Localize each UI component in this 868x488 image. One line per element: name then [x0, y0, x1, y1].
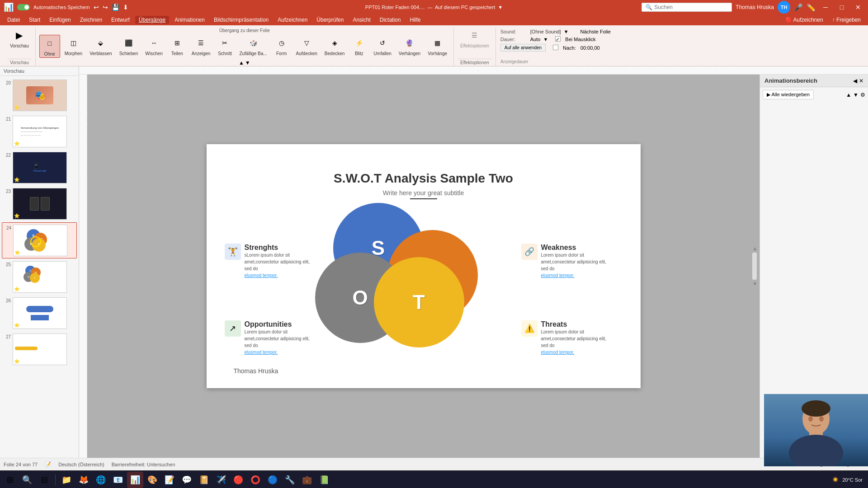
slide-img-24: ⭐ S W O T [13, 225, 67, 256]
app1-button[interactable]: 🔴 [230, 472, 246, 488]
transition-drape[interactable]: ▦ Vorhänge [425, 35, 450, 57]
dictation-icon[interactable]: 🎤 [794, 3, 803, 12]
slide-num-20: 20 [4, 80, 11, 85]
transition-push[interactable]: ⬛ Schieben [117, 35, 141, 57]
maximize-button[interactable]: □ [835, 1, 848, 14]
menu-zeichnen[interactable]: Zeichnen [76, 16, 106, 24]
toolbar-redo[interactable]: ↪ [103, 4, 108, 11]
transition-fade[interactable]: ⬙ Verblassen [87, 35, 114, 57]
menu-entwurf[interactable]: Entwurf [108, 16, 133, 24]
chrome-button[interactable]: 🌐 [93, 472, 109, 488]
scroll-up-icon[interactable]: ▲ [239, 60, 244, 66]
mouse-click-checkbox[interactable]: ✓ [555, 36, 561, 42]
transition-none-icon: □ [42, 36, 57, 51]
search-input[interactable] [654, 4, 726, 10]
anim-up-btn[interactable]: ▲ [846, 92, 851, 98]
canvas-area[interactable]: S.W.O.T Analysis Sample Two Write here y… [87, 75, 760, 458]
after-checkbox[interactable] [553, 45, 558, 51]
next-slide-label: Nächste Folie [580, 29, 611, 34]
toolbar-save[interactable]: 💾 [112, 4, 119, 11]
menu-dictation[interactable]: Dictation [376, 16, 405, 24]
transition-none[interactable]: □ Ohne [39, 35, 60, 58]
excel-button[interactable]: 📗 [316, 472, 332, 488]
menu-uebergaenge[interactable]: Übergänge [135, 16, 169, 24]
transition-flash[interactable]: ⚡ Blitz [349, 35, 369, 57]
slide-thumb-22[interactable]: 22 ⭐ 📱 Phone title [2, 150, 77, 185]
transition-reveal[interactable]: ☰ Anzeigen [189, 35, 213, 57]
app3-button[interactable]: 🔵 [264, 472, 281, 488]
search-button[interactable]: 🔍 [19, 472, 35, 488]
transition-random[interactable]: 🎲 Zufällige Ba... [236, 35, 269, 57]
scroll-up-btn[interactable]: ▲ [752, 245, 758, 252]
pen-icon[interactable]: ✏️ [807, 3, 816, 12]
transition-split[interactable]: ⊞ Teilen [167, 35, 187, 57]
apply-all-button[interactable]: Auf alle anwenden [500, 44, 546, 52]
accessibility-info[interactable]: Barrierefreiheit: Untersuchen [112, 462, 175, 467]
play-all-button[interactable]: ▶ Alle wiedergeben [763, 90, 814, 99]
teams-button[interactable]: 💬 [179, 472, 195, 488]
animation-panel-controls: ◀ ✕ [853, 78, 863, 84]
powerpoint-button[interactable]: 📊 [127, 472, 143, 488]
canvas-scroll: ▲ ▼ [752, 245, 758, 287]
weakness-content: Weakness Lorem ipsum dolor sit amet,cons… [541, 244, 613, 279]
transition-shape[interactable]: ◷ Form [272, 35, 292, 57]
slide-thumb-27[interactable]: 27 ⭐ [2, 332, 77, 367]
slide-thumb-23[interactable]: 23 ⭐ [2, 186, 77, 221]
slide-thumb-24[interactable]: 24 ⭐ S W O T [2, 222, 77, 258]
start-button[interactable]: ⊞ [2, 472, 18, 488]
menu-bildschirm[interactable]: Bildschirmpräsentation [210, 16, 272, 24]
notepad-button[interactable]: 📝 [161, 472, 178, 488]
transition-cover[interactable]: ◈ Bedecken [322, 35, 347, 57]
photoshop-button[interactable]: 🎨 [144, 472, 160, 488]
slide-thumb-21[interactable]: 21 ⭐ Verwendung von Übergängen ———————— … [2, 114, 77, 149]
menu-einfuegen[interactable]: Einfügen [46, 16, 74, 24]
anim-down-btn[interactable]: ▼ [853, 92, 859, 98]
menu-ansicht[interactable]: Ansicht [349, 16, 374, 24]
slide-thumb-25[interactable]: 25 ⭐ S W O T [2, 259, 77, 295]
toolbar-undo[interactable]: ↩ [94, 4, 99, 11]
close-button[interactable]: ✕ [852, 1, 864, 14]
file-explorer-button[interactable]: 📁 [58, 472, 75, 488]
toolbar-more[interactable]: ⬇ [123, 4, 128, 11]
transition-wipe[interactable]: ↔ Wischen [142, 35, 165, 57]
slide-thumb-26[interactable]: 26 ⭐ [2, 296, 77, 331]
slide-thumb-20[interactable]: 20 ⭐ 🎭 [2, 78, 77, 113]
transition-push-label: Schieben [119, 51, 138, 56]
animation-close-icon[interactable]: ✕ [859, 78, 863, 84]
menu-hilfe[interactable]: Hilfe [406, 16, 424, 24]
app5-button[interactable]: 💼 [299, 472, 315, 488]
transition-curtains[interactable]: 🔮 Verhängen [396, 35, 423, 57]
animation-collapse-icon[interactable]: ◀ [853, 78, 857, 84]
menu-start[interactable]: Start [25, 16, 44, 24]
menu-aufzeichnen[interactable]: Aufzeichnen [274, 16, 311, 24]
task-view-button[interactable]: ⊟ [36, 472, 52, 488]
autosave-toggle[interactable] [17, 4, 30, 10]
duration-dropdown-icon[interactable]: ▼ [543, 37, 548, 42]
preview-button[interactable]: ▶ Vorschau [7, 27, 32, 49]
firefox-button[interactable]: 🦊 [75, 472, 92, 488]
record-button[interactable]: 🔴 Aufzeichnen [782, 16, 827, 24]
menu-ueberpruefen[interactable]: Überprüfen [313, 16, 347, 24]
transition-morph[interactable]: ◫ Morphen [62, 35, 85, 57]
menu-datei[interactable]: Datei [4, 16, 24, 24]
telegram-button[interactable]: ✈️ [213, 472, 229, 488]
transition-cut[interactable]: ✂ Schnitt [215, 35, 235, 57]
app2-button[interactable]: ⭕ [247, 472, 264, 488]
menu-animationen[interactable]: Animationen [171, 16, 208, 24]
scroll-down-icon[interactable]: ▼ [245, 60, 250, 66]
outlook-button[interactable]: 📧 [110, 472, 126, 488]
strengths-content: Strenghts sLorem ipsum dolor sit amet,co… [245, 244, 317, 279]
slide-list[interactable]: 20 ⭐ 🎭 21 ⭐ Verwendung von Übergängen ——… [0, 76, 79, 458]
search-box[interactable]: 🔍 [642, 3, 732, 12]
app4-button[interactable]: 🔧 [282, 472, 298, 488]
slide-num-26: 26 [4, 297, 11, 303]
sound-dropdown-icon[interactable]: ▼ [564, 29, 569, 34]
minimize-button[interactable]: ─ [819, 1, 832, 14]
scroll-down-btn[interactable]: ▼ [752, 281, 758, 287]
share-button[interactable]: ↑ Freigeben [829, 16, 864, 24]
effects-options-button[interactable]: ☰ Effektoptionen [458, 27, 492, 49]
anim-gear-icon[interactable]: ⚙ [860, 92, 865, 98]
transition-fall[interactable]: ↺ Umfallen [371, 35, 394, 57]
onenote-button[interactable]: 📔 [196, 472, 212, 488]
transition-uncover[interactable]: ▽ Aufdecken [293, 35, 320, 57]
